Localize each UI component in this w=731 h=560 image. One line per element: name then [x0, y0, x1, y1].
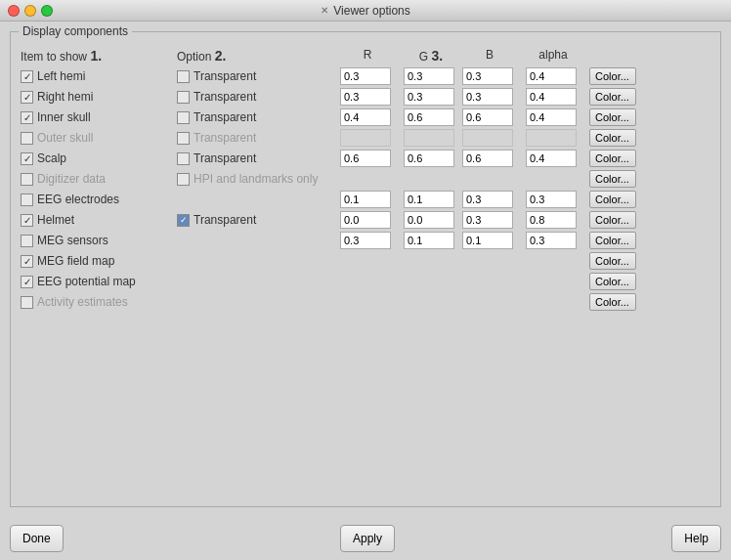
- color-button-digitizer-data[interactable]: Color...: [589, 170, 636, 188]
- color-button-right-hemi[interactable]: Color...: [589, 88, 636, 106]
- input-alpha-scalp[interactable]: [526, 150, 577, 167]
- option-checkbox-digitizer-data[interactable]: [177, 173, 190, 186]
- table-row: Outer skullTransparentColor...: [19, 129, 712, 147]
- option-checkbox-helmet[interactable]: [177, 214, 190, 227]
- input-alpha-right-hemi[interactable]: [526, 88, 577, 106]
- color-button-inner-skull[interactable]: Color...: [589, 108, 636, 126]
- cell-g-left-hemi: [400, 67, 458, 85]
- checkbox-outer-skull[interactable]: [21, 132, 33, 145]
- input-b-helmet[interactable]: [462, 211, 513, 229]
- input-b-inner-skull[interactable]: [462, 108, 513, 126]
- help-button[interactable]: Help: [671, 525, 721, 552]
- table-row: MEG sensorsColor...: [19, 232, 712, 249]
- input-r-scalp[interactable]: [340, 150, 391, 167]
- checkbox-eeg-potential-map[interactable]: [21, 276, 33, 288]
- input-r-eeg-electrodes[interactable]: [340, 191, 391, 208]
- checkbox-meg-sensors[interactable]: [21, 235, 33, 247]
- option-checkbox-left-hemi[interactable]: [177, 70, 190, 83]
- input-alpha-left-hemi[interactable]: [526, 67, 577, 85]
- color-button-scalp[interactable]: Color...: [589, 150, 636, 167]
- checkbox-activity-estimates[interactable]: [21, 296, 33, 309]
- input-r-meg-sensors[interactable]: [340, 232, 391, 249]
- cell-color-right-hemi: Color...: [585, 88, 639, 106]
- label-eeg-electrodes: EEG electrodes: [37, 193, 119, 206]
- input-g-scalp[interactable]: [404, 150, 454, 167]
- color-button-left-hemi[interactable]: Color...: [589, 67, 636, 85]
- cell-color-eeg-potential-map: Color...: [585, 273, 639, 290]
- col-R: R: [333, 48, 402, 64]
- checkbox-left-hemi[interactable]: [21, 70, 33, 83]
- col-alpha: alpha: [519, 48, 587, 64]
- cell-label-inner-skull: Inner skull: [19, 110, 175, 124]
- option-checkbox-scalp[interactable]: [177, 152, 190, 165]
- input-g-right-hemi[interactable]: [404, 88, 454, 106]
- cell-r-left-hemi: [331, 67, 400, 85]
- option-checkbox-outer-skull[interactable]: [177, 132, 190, 145]
- display-components-group: Display components Item to show 1. Optio…: [10, 31, 721, 507]
- color-button-meg-field-map[interactable]: Color...: [589, 252, 636, 270]
- close-button[interactable]: [8, 5, 20, 17]
- col-color: [587, 48, 641, 64]
- input-r-helmet[interactable]: [340, 211, 391, 229]
- cell-r-scalp: [331, 150, 400, 167]
- input-alpha-eeg-electrodes[interactable]: [526, 191, 577, 208]
- option-label-left-hemi: Transparent: [194, 69, 256, 83]
- color-button-eeg-electrodes[interactable]: Color...: [589, 191, 636, 208]
- bottom-bar: Done Apply Help: [0, 517, 731, 560]
- cell-r-meg-sensors: [331, 232, 400, 249]
- cell-color-meg-field-map: Color...: [585, 252, 639, 270]
- cell-r-outer-skull: [331, 129, 400, 147]
- input-b-left-hemi[interactable]: [462, 67, 513, 85]
- cell-g-scalp: [400, 150, 458, 167]
- checkbox-inner-skull[interactable]: [21, 111, 33, 124]
- label-inner-skull: Inner skull: [37, 110, 91, 124]
- input-alpha-helmet[interactable]: [526, 211, 577, 229]
- title-bar: ✕ Viewer options: [0, 0, 731, 22]
- input-b-outer-skull: [462, 129, 513, 147]
- input-r-left-hemi[interactable]: [340, 67, 391, 85]
- checkbox-digitizer-data[interactable]: [21, 173, 33, 186]
- checkbox-scalp[interactable]: [21, 152, 33, 165]
- cell-label-eeg-potential-map: EEG potential map: [19, 275, 175, 288]
- cell-b-meg-sensors: [458, 232, 517, 249]
- cell-color-meg-sensors: Color...: [585, 232, 639, 249]
- input-alpha-inner-skull[interactable]: [526, 108, 577, 126]
- option-checkbox-right-hemi[interactable]: [177, 91, 190, 104]
- input-r-right-hemi[interactable]: [340, 88, 391, 106]
- group-legend: Display components: [19, 24, 132, 38]
- cell-label-activity-estimates: Activity estimates: [19, 295, 175, 309]
- cell-b-inner-skull: [458, 108, 517, 126]
- checkbox-right-hemi[interactable]: [21, 91, 33, 104]
- color-button-helmet[interactable]: Color...: [589, 211, 636, 229]
- input-g-meg-sensors[interactable]: [404, 232, 454, 249]
- input-g-left-hemi[interactable]: [404, 67, 454, 85]
- checkbox-helmet[interactable]: [21, 214, 33, 227]
- color-button-outer-skull[interactable]: Color...: [589, 129, 636, 147]
- color-button-meg-sensors[interactable]: Color...: [589, 232, 636, 249]
- input-b-scalp[interactable]: [462, 150, 513, 167]
- label-eeg-potential-map: EEG potential map: [37, 275, 136, 288]
- checkbox-meg-field-map[interactable]: [21, 255, 33, 268]
- main-content: Display components Item to show 1. Optio…: [0, 22, 731, 517]
- cell-g-outer-skull: [400, 129, 458, 147]
- input-g-eeg-electrodes[interactable]: [404, 191, 454, 208]
- input-b-meg-sensors[interactable]: [462, 232, 513, 249]
- input-alpha-meg-sensors[interactable]: [526, 232, 577, 249]
- cell-alpha-right-hemi: [517, 88, 585, 106]
- input-b-right-hemi[interactable]: [462, 88, 513, 106]
- input-g-inner-skull[interactable]: [404, 108, 454, 126]
- option-checkbox-inner-skull[interactable]: [177, 111, 190, 124]
- rows-container: Left hemiTransparentColor...Right hemiTr…: [19, 67, 712, 311]
- apply-button[interactable]: Apply: [340, 525, 395, 552]
- maximize-button[interactable]: [41, 5, 53, 17]
- color-button-activity-estimates[interactable]: Color...: [589, 293, 636, 311]
- input-b-eeg-electrodes[interactable]: [462, 191, 513, 208]
- checkbox-eeg-electrodes[interactable]: [21, 194, 33, 206]
- color-button-eeg-potential-map[interactable]: Color...: [589, 273, 636, 290]
- minimize-button[interactable]: [24, 5, 36, 17]
- done-button[interactable]: Done: [10, 525, 64, 552]
- cell-color-eeg-electrodes: Color...: [585, 191, 639, 208]
- input-g-helmet[interactable]: [404, 211, 454, 229]
- input-r-inner-skull[interactable]: [340, 108, 391, 126]
- window-controls[interactable]: [8, 5, 53, 17]
